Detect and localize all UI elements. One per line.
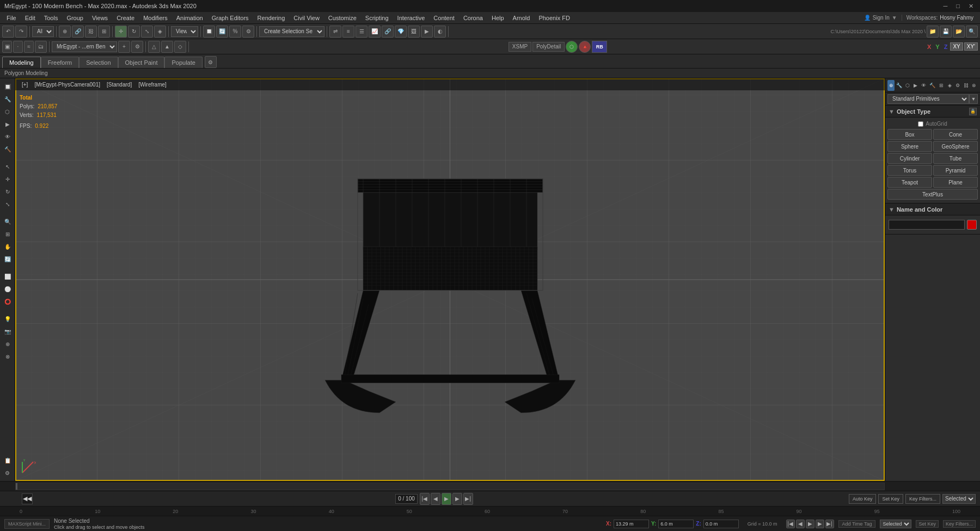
left-icon-create[interactable]: 🔲 — [2, 81, 14, 92]
rotate-btn[interactable]: ↻ — [128, 26, 140, 38]
graph-editor-btn[interactable]: 📈 — [369, 26, 381, 38]
scene-name-dropdown[interactable]: MrEgypt - ...ern Bench — [52, 41, 117, 52]
polygon-btn[interactable]: ▣ — [2, 41, 12, 53]
menu-civil-view[interactable]: Civil View — [289, 14, 323, 22]
tab-object-paint[interactable]: Object Paint — [118, 57, 165, 68]
undo-button[interactable]: ↶ — [2, 26, 14, 38]
link-btn[interactable]: 🔗 — [72, 26, 84, 38]
tab-options-btn[interactable]: ⚙ — [205, 56, 217, 68]
timeline-track[interactable] — [15, 483, 885, 490]
next-key-btn[interactable]: ▶ — [452, 493, 462, 505]
schematic-btn[interactable]: 🔗 — [382, 26, 394, 38]
menu-corona[interactable]: Corona — [459, 14, 487, 22]
rp-icon-motion[interactable]: ▶ — [912, 80, 919, 91]
dropdown-arrow[interactable]: ▼ — [969, 94, 978, 104]
left-icon-box[interactable]: ⬜ — [2, 270, 14, 282]
obj-btn-geosphere[interactable]: GeoSphere — [933, 141, 978, 152]
primitive-type-dropdown[interactable]: Standard Primitives — [887, 94, 969, 104]
left-icon-select[interactable]: ↖ — [2, 160, 14, 172]
maxscript-btn[interactable]: MAXScript Mini... — [4, 519, 50, 529]
menu-graph-editors[interactable]: Graph Editors — [207, 14, 253, 22]
timeline-cursor[interactable] — [16, 483, 17, 490]
left-icon-move[interactable]: ✛ — [2, 173, 14, 185]
prev-frame-btn[interactable]: ◀◀ — [22, 493, 33, 504]
bottom-selected-dropdown[interactable]: Selected — [880, 520, 911, 528]
vp-standard[interactable]: [Standard] — [105, 81, 134, 88]
path-btn1[interactable]: 📁 — [927, 26, 939, 38]
left-icon-utilities[interactable]: 🔨 — [2, 143, 14, 155]
path-btn2[interactable]: 💾 — [940, 26, 952, 38]
unlink-btn[interactable]: ⛓ — [85, 26, 97, 38]
left-icon-zoom-all[interactable]: ⊞ — [2, 228, 14, 240]
x-value-input[interactable]: 13.29 m — [614, 520, 649, 528]
menu-group[interactable]: Group — [62, 14, 88, 22]
autogrid-checkbox[interactable] — [918, 121, 923, 127]
rp-icon-extra3[interactable]: ⚙ — [954, 80, 961, 91]
mirror-btn[interactable]: ⇌ — [329, 26, 341, 38]
rp-icon-modify[interactable]: 🔧 — [896, 80, 903, 91]
menu-edit[interactable]: Edit — [21, 14, 40, 22]
menu-animation[interactable]: Animation — [172, 14, 207, 22]
left-icon-zoom[interactable]: 🔍 — [2, 215, 14, 227]
axis-z[interactable]: Z — [942, 44, 950, 50]
bottom-next-btn[interactable]: ▶| — [825, 520, 834, 528]
vp-camera[interactable]: [MrEgypt-PhysCamera001] — [32, 81, 102, 88]
menu-interactive[interactable]: Interactive — [393, 14, 430, 22]
rp-icon-display[interactable]: 👁 — [920, 80, 927, 91]
tab-populate[interactable]: Populate — [164, 57, 202, 68]
menu-views[interactable]: Views — [88, 14, 112, 22]
menu-phoenix[interactable]: Phoenix FD — [534, 14, 574, 22]
prev-key-btn[interactable]: ◀ — [431, 493, 440, 505]
left-icon-rotate[interactable]: ↻ — [2, 186, 14, 197]
bottom-set-key-btn[interactable]: Set Key — [916, 520, 939, 528]
select-object-btn[interactable]: ⊕ — [59, 26, 71, 38]
axis-xy2[interactable]: XY' — [964, 42, 978, 51]
object-type-header[interactable]: ▼ Object Type 🔒 — [885, 106, 980, 118]
axis-xy[interactable]: XY — [950, 42, 963, 51]
left-icon-motion[interactable]: ▶ — [2, 118, 14, 130]
menu-create[interactable]: Create — [112, 14, 139, 22]
subobj-2[interactable]: ≈ — [24, 41, 34, 53]
close-button[interactable]: ✕ — [966, 3, 976, 10]
snap-toggle-btn[interactable]: 🔲 — [203, 26, 215, 38]
menu-tools[interactable]: Tools — [40, 14, 63, 22]
vp-wireframe[interactable]: [Wireframe] — [136, 81, 169, 88]
signin-area[interactable]: 👤 Sign In ▼ — [860, 15, 902, 21]
align-btn[interactable]: ≡ — [342, 26, 354, 38]
menu-file[interactable]: File — [2, 14, 21, 22]
axis-x[interactable]: X — [926, 44, 933, 50]
tab-modeling[interactable]: Modeling — [2, 57, 41, 68]
misc-btn2[interactable]: ▲ — [161, 41, 173, 53]
menu-help[interactable]: Help — [487, 14, 509, 22]
xsmp-label[interactable]: XSMP — [509, 42, 531, 52]
left-icon-pan[interactable]: ✋ — [2, 240, 14, 252]
obj-btn-sphere[interactable]: Sphere — [887, 141, 932, 152]
frame-counter[interactable]: 0 / 100 — [395, 494, 418, 504]
scene-new-btn[interactable]: + — [118, 41, 130, 53]
add-time-tag-btn[interactable]: Add Time Tag — [838, 520, 876, 528]
menu-content[interactable]: Content — [429, 14, 459, 22]
obj-btn-teapot[interactable]: Teapot — [887, 177, 932, 188]
axis-y[interactable]: Y — [934, 44, 941, 50]
rp-icon-create[interactable]: ⊕ — [887, 80, 895, 91]
menu-arnold[interactable]: Arnold — [509, 14, 535, 22]
menu-customize[interactable]: Customize — [324, 14, 361, 22]
obj-btn-cone[interactable]: Cone — [933, 129, 978, 140]
left-icon-bottom1[interactable]: 📋 — [2, 454, 14, 466]
left-icon-hierarchy[interactable]: ⬡ — [2, 106, 14, 118]
tab-freeform[interactable]: Freeform — [41, 57, 79, 68]
left-icon-helper[interactable]: ⊕ — [2, 338, 14, 350]
bottom-play-btn[interactable]: ▶ — [806, 520, 814, 528]
obj-btn-plane[interactable]: Plane — [933, 177, 978, 188]
restore-button[interactable]: □ — [954, 3, 962, 10]
select-filter-dropdown[interactable]: All — [32, 26, 54, 37]
scene-exp-btn[interactable]: 🗂 — [35, 41, 47, 53]
rp-icon-utility[interactable]: 🔨 — [928, 80, 935, 91]
left-icon-light[interactable]: 💡 — [2, 313, 14, 325]
bottom-key-filters-btn[interactable]: Key Filters... — [943, 520, 976, 528]
selection-set-dropdown[interactable]: Create Selection Se... — [259, 26, 324, 37]
vp-plus-btn[interactable]: [+] — [20, 81, 30, 88]
active-shade-btn[interactable]: ◐ — [434, 26, 446, 38]
subobj-1[interactable]: · — [13, 41, 23, 53]
spinner-snap-btn[interactable]: ⚙ — [242, 26, 254, 38]
